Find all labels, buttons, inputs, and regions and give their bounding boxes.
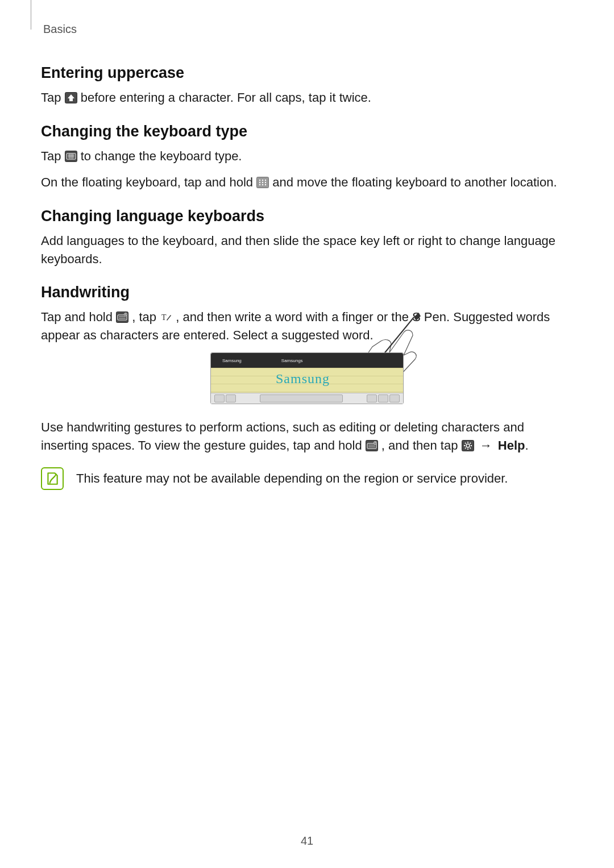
svg-point-14 [265,182,266,183]
para-hand-2: Use handwriting gestures to perform acti… [41,418,573,455]
heading-language-keyboards: Changing language keyboards [41,207,573,225]
manual-page: Basics Entering uppercase Tap before ent… [0,0,614,868]
kb-key [226,394,236,402]
arrow-icon: → [478,438,495,452]
kb-key [214,394,225,402]
kb-key [367,394,377,402]
para-kbtype-2: On the floating keyboard, tap and hold a… [41,173,573,192]
note-icon [41,467,64,490]
chapter-label: Basics [43,23,573,36]
svg-point-17 [265,184,266,185]
corner-rule [31,0,31,30]
text: Tap and hold [41,310,116,324]
keyboard-frame: Samsung Samsungs Samsung [210,352,404,404]
svg-line-41 [470,448,470,448]
help-label: Help [498,438,525,452]
svg-point-9 [259,180,260,181]
svg-point-16 [262,184,263,185]
svg-point-11 [265,180,266,181]
text: to change the keyboard type. [81,149,242,163]
svg-point-12 [259,182,260,183]
kb-space-key [260,394,343,402]
para-lang-1: Add languages to the keyboard, and then … [41,232,573,268]
svg-rect-33 [375,442,375,443]
suggestion-bar: Samsung Samsungs [211,353,403,368]
note-row: This feature may not be available depend… [41,467,573,490]
text: . [525,438,528,452]
svg-line-40 [465,443,466,443]
keyboard-icon [65,149,77,160]
gear-icon [462,438,474,450]
svg-point-13 [262,182,263,183]
text: , tap [132,310,160,324]
para-upper-1: Tap before entering a character. For all… [41,89,573,107]
heading-handwriting: Handwriting [41,284,573,301]
drag-handle-icon [256,175,269,186]
svg-point-15 [259,184,260,185]
keyboard-bottom-row [211,393,403,404]
suggestion-2: Samsungs [281,358,303,363]
text: Tap [41,90,65,105]
svg-point-10 [262,180,263,181]
text: On the floating keyboard, tap and hold [41,175,256,189]
mic-keyboard-icon [116,310,128,321]
text: before entering a character. For all cap… [81,90,371,105]
heading-entering-uppercase: Entering uppercase [41,64,573,82]
text: and move the floating keyboard to anothe… [272,175,557,189]
suggestion-1: Samsung [222,358,242,363]
svg-text:T: T [161,313,167,322]
svg-line-42 [470,443,470,443]
handwriting-figure: Samsung Samsungs Samsung [41,352,573,405]
text: , and then tap [381,438,462,452]
page-number: 41 [0,834,614,848]
heading-keyboard-type: Changing the keyboard type [41,123,573,140]
kb-key [389,394,400,402]
handwritten-text: Samsung [276,371,330,387]
kb-key [378,394,388,402]
text: Tap [41,149,65,163]
t-handwriting-icon: T [160,310,172,321]
para-kbtype-1: Tap to change the keyboard type. [41,147,573,165]
para-hand-1: Tap and hold , tap T , and then write a … [41,308,573,344]
handwriting-area: Samsung [211,368,403,393]
note-text: This feature may not be available depend… [76,467,508,488]
svg-line-43 [465,448,466,448]
svg-rect-23 [125,314,126,315]
mic-keyboard-icon [366,438,378,450]
shift-up-icon [65,90,77,102]
